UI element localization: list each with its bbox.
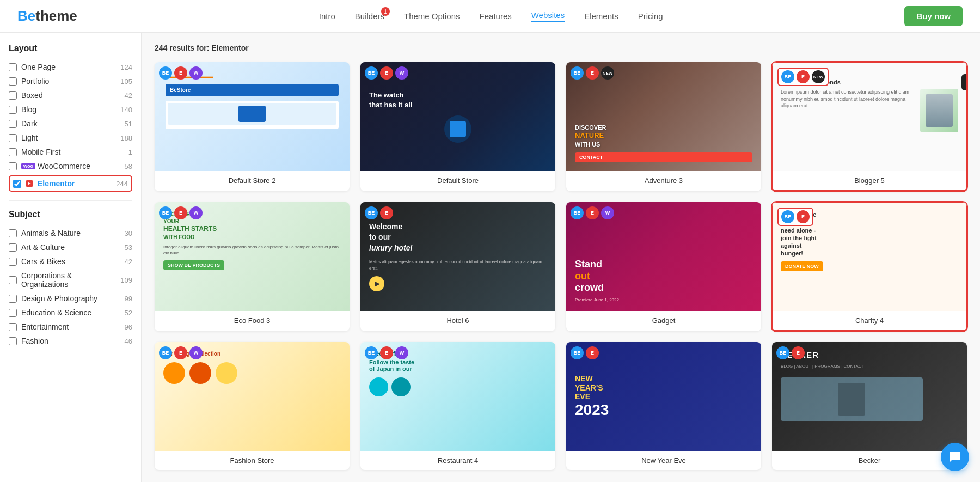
count-cars: 42 <box>125 258 132 266</box>
filter-elementor[interactable]: E Elementor 244 <box>9 175 132 192</box>
count-design: 99 <box>125 295 132 303</box>
checkbox-entertainment[interactable] <box>9 323 17 331</box>
nav-features[interactable]: Features <box>480 11 512 21</box>
card-badges-row3b: BE E W <box>365 346 408 359</box>
sidebar: Layout One Page 124 Portfolio 105 Boxed … <box>0 33 142 482</box>
card-blogger-5[interactable]: BE E NEW Elementor-ready templates <box>772 62 967 191</box>
card-thumb-row3a: BE E W Our orange Collection <box>155 342 350 451</box>
filter-animals[interactable]: Animals & Nature 30 <box>9 226 132 240</box>
card-gadget[interactable]: BE E W Standoutcrowd Premiere June 1, 20… <box>566 202 761 331</box>
chat-icon <box>948 450 961 463</box>
nav-websites[interactable]: Websites <box>531 10 565 22</box>
count-fashion: 46 <box>125 337 132 345</box>
filter-woocommerce[interactable]: woo WooCommerce 58 <box>9 159 132 173</box>
checkbox-elementor[interactable] <box>13 180 21 188</box>
count-one-page: 124 <box>120 63 132 71</box>
checkbox-animals[interactable] <box>9 229 17 237</box>
badge-woo: W <box>189 346 203 359</box>
card-name-blogger-5: Blogger 5 <box>772 171 967 191</box>
card-row3a[interactable]: BE E W Our orange Collection Fashion Sto… <box>155 342 350 470</box>
checkbox-art[interactable] <box>9 243 17 252</box>
chat-bubble-button[interactable] <box>941 443 969 471</box>
checkbox-portfolio[interactable] <box>9 77 17 86</box>
filter-art[interactable]: Art & Culture 53 <box>9 240 132 254</box>
badge-el: E <box>380 66 393 80</box>
filter-portfolio[interactable]: Portfolio 105 <box>9 74 132 88</box>
filter-dark[interactable]: Dark 51 <box>9 117 132 131</box>
buy-now-button[interactable]: Buy now <box>904 6 963 26</box>
card-row3b[interactable]: BE E W Special offer Follow the tasteof … <box>360 342 555 470</box>
logo[interactable]: Betheme <box>17 8 77 25</box>
filter-entertainment[interactable]: Entertainment 96 <box>9 320 132 334</box>
card-thumb-charity-4: BE E Do not leavechildren inneed al <box>772 202 967 311</box>
filter-cars[interactable]: Cars & Bikes 42 <box>9 254 132 269</box>
filter-mobile-first[interactable]: Mobile First 1 <box>9 145 132 159</box>
checkbox-fashion[interactable] <box>9 337 17 345</box>
checkbox-design[interactable] <box>9 295 17 303</box>
checkbox-cars[interactable] <box>9 258 17 266</box>
badge-be: BE <box>159 66 172 80</box>
count-dark: 51 <box>125 120 132 128</box>
card-badges-default-store: BE E W <box>365 66 408 80</box>
filter-boxed[interactable]: Boxed 42 <box>9 88 132 102</box>
badge-el: E <box>792 346 805 359</box>
badge-be-charity: BE <box>781 210 794 223</box>
badge-be: BE <box>365 346 378 359</box>
filter-fashion[interactable]: Fashion 46 <box>9 334 132 348</box>
nav-intro[interactable]: Intro <box>319 11 335 21</box>
checkbox-one-page[interactable] <box>9 63 17 71</box>
card-thumb-row3b: BE E W Special offer Follow the tasteof … <box>360 342 555 451</box>
results-bar: 244 results for: Elementor <box>155 44 967 52</box>
badge-el: E <box>174 66 187 80</box>
filter-education[interactable]: Education & Science 52 <box>9 306 132 320</box>
card-row3d[interactable]: BE E BECKER BLOG | ABOUT | PROGRAMS | CO… <box>772 342 967 470</box>
checkbox-woocommerce[interactable] <box>9 162 17 170</box>
nav-builders[interactable]: Builders 1 <box>355 11 384 21</box>
main-nav: Intro Builders 1 Theme Options Features … <box>319 10 663 22</box>
checkbox-mobile-first[interactable] <box>9 148 17 156</box>
card-row3c[interactable]: BE E NEWYEAR'SEVE 2023 New Year Eve <box>566 342 761 470</box>
filter-corps[interactable]: Corporations & Organizations 109 <box>9 269 132 291</box>
nav-elements[interactable]: Elements <box>584 11 618 21</box>
badge-be: BE <box>571 66 584 80</box>
card-eco-food-3[interactable]: BE E W BECAUSEYOURHEALTH STARTSWITH FOOD… <box>155 202 350 331</box>
card-default-store-2[interactable]: BE E W ▬▬▬▬▬▬▬▬ BeStore Defau <box>155 62 350 191</box>
badge-el-charity: E <box>797 210 810 223</box>
card-hotel-6[interactable]: BE E Welcometo ourluxury hotel Mattis al… <box>360 202 555 331</box>
count-animals: 30 <box>125 229 132 237</box>
card-name-default-store: Default Store <box>360 171 555 190</box>
card-name-row3b: Restaurant 4 <box>360 451 555 470</box>
card-thumb-adventure-3: BE E NEW DISCOVERNATUREWITH US CONTACT <box>566 62 761 171</box>
badge-el: E <box>586 206 599 219</box>
results-label: results for: <box>169 44 209 52</box>
checkbox-light[interactable] <box>9 134 17 142</box>
checkbox-boxed[interactable] <box>9 91 17 100</box>
badge-el-blogger: E <box>797 70 810 83</box>
filter-design[interactable]: Design & Photography 99 <box>9 291 132 306</box>
elementor-tooltip: Elementor-ready templates <box>961 74 967 90</box>
card-thumb-hotel-6: BE E Welcometo ourluxury hotel Mattis al… <box>360 202 555 311</box>
checkbox-blog[interactable] <box>9 106 17 114</box>
nav-pricing[interactable]: Pricing <box>638 11 663 21</box>
card-thumb-eco-food-3: BE E W BECAUSEYOURHEALTH STARTSWITH FOOD… <box>155 202 350 311</box>
filter-light[interactable]: Light 188 <box>9 131 132 145</box>
card-badges-row3d: BE E <box>776 346 805 359</box>
badge-new-blogger: NEW <box>812 70 825 83</box>
elementor-icon: E <box>26 180 33 187</box>
card-adventure-3[interactable]: BE E NEW DISCOVERNATUREWITH US CONTACT A… <box>566 62 761 191</box>
checkbox-education[interactable] <box>9 309 17 317</box>
card-charity-4[interactable]: BE E Do not leavechildren inneed al <box>772 202 967 331</box>
main-layout: Layout One Page 124 Portfolio 105 Boxed … <box>0 33 980 482</box>
filter-one-page[interactable]: One Page 124 <box>9 60 132 74</box>
checkbox-corps[interactable] <box>9 276 17 284</box>
card-default-store[interactable]: BE E W The watchthat has it all Default … <box>360 62 555 191</box>
checkbox-dark[interactable] <box>9 120 17 128</box>
card-badges-default-store-2: BE E W <box>159 66 203 80</box>
badge-be: BE <box>776 346 789 359</box>
filter-blog[interactable]: Blog 140 <box>9 102 132 117</box>
card-name-row3a: Fashion Store <box>155 451 350 470</box>
nav-theme-options[interactable]: Theme Options <box>404 11 460 21</box>
count-corps: 109 <box>120 276 132 284</box>
woo-icon: woo <box>21 163 35 169</box>
count-art: 53 <box>125 243 132 252</box>
